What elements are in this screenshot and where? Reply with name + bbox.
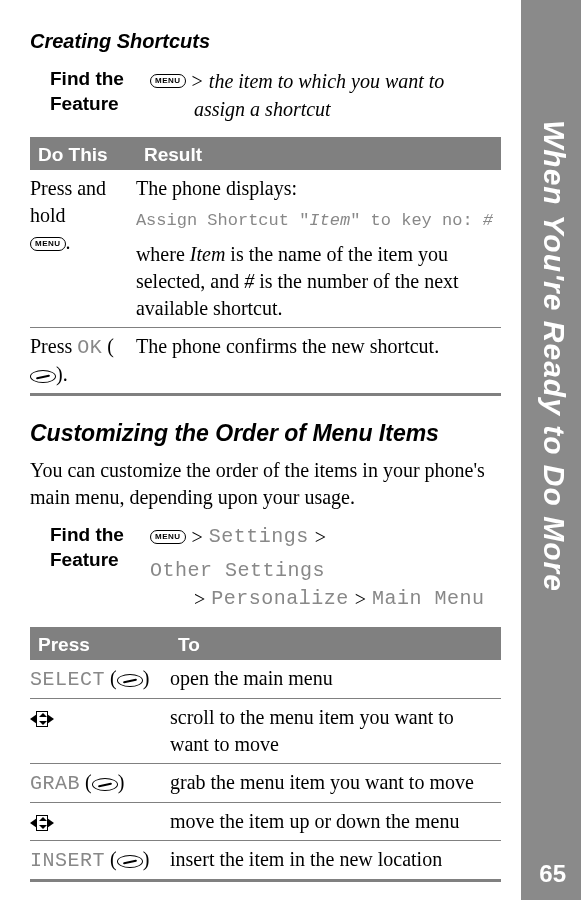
- breadcrumb-separator: >: [194, 585, 205, 613]
- breadcrumb-separator: >: [192, 67, 203, 95]
- softkey-label: INSERT: [30, 849, 105, 872]
- path-text: the item to which you want to: [209, 67, 445, 95]
- softkey-icon: [92, 778, 118, 791]
- heading-customizing-menu: Customizing the Order of Menu Items: [30, 420, 501, 447]
- press-to-table: Press To SELECT () open the main menu sc…: [30, 627, 501, 882]
- assign-shortcut-line: Assign Shortcut "Item" to key no: #: [136, 210, 493, 233]
- table-header: Result: [136, 139, 501, 171]
- softkey-icon: [117, 674, 143, 687]
- softkey-label: OK: [77, 336, 102, 359]
- table-row: INSERT () insert the item in the new loc…: [30, 840, 501, 880]
- table-row: GRAB () grab the menu item you want to m…: [30, 763, 501, 802]
- find-feature-block-2: Find the Feature MENU > Settings > Other…: [50, 523, 501, 613]
- menu-button-icon: MENU: [150, 74, 186, 88]
- nav-key-icon: [30, 711, 54, 727]
- menu-button-icon: MENU: [30, 237, 66, 251]
- table-row: scroll to the menu item you want to want…: [30, 698, 501, 763]
- cell-text: .: [66, 231, 71, 253]
- table-row: move the item up or down the menu: [30, 802, 501, 840]
- cell-text: The phone displays:: [136, 175, 493, 202]
- cell-text: grab the menu item you want to move: [170, 763, 501, 802]
- breadcrumb-separator: >: [192, 523, 203, 551]
- nav-key-icon: [30, 815, 54, 831]
- page-number: 65: [539, 860, 566, 888]
- path-text: Other Settings: [150, 557, 325, 585]
- path-text: Personalize: [211, 585, 349, 613]
- side-tab-title: When You're Ready to Do More: [531, 120, 571, 820]
- cell-text: The phone confirms the new shortcut.: [136, 327, 501, 394]
- find-feature-label: Find the Feature: [50, 523, 150, 572]
- menu-button-icon: MENU: [150, 530, 186, 544]
- find-feature-block-1: Find the Feature MENU > the item to whic…: [50, 67, 501, 123]
- cell-text: Press: [30, 335, 77, 357]
- table-header: Press: [30, 628, 170, 660]
- cell-text: insert the item in the new location: [170, 840, 501, 880]
- path-text: Main Menu: [372, 585, 485, 613]
- heading-creating-shortcuts: Creating Shortcuts: [30, 30, 501, 53]
- table-header: Do This: [30, 139, 136, 171]
- section-body: You can customize the order of the items…: [30, 457, 501, 511]
- side-tab: When You're Ready to Do More 65: [521, 0, 581, 900]
- path-text: Settings: [209, 523, 309, 551]
- softkey-icon: [117, 855, 143, 868]
- table-row: Press OK (). The phone confirms the new …: [30, 327, 501, 394]
- table-row: SELECT () open the main menu: [30, 660, 501, 699]
- shortcuts-table: Do This Result Press and hold MENU. The …: [30, 137, 501, 396]
- softkey-label: SELECT: [30, 668, 105, 691]
- breadcrumb-separator: >: [355, 585, 366, 613]
- path-text: assign a shortcut: [194, 95, 331, 123]
- cell-text: Press and hold: [30, 177, 106, 226]
- softkey-icon: [30, 370, 56, 383]
- table-row: Press and hold MENU. The phone displays:…: [30, 170, 501, 327]
- breadcrumb-separator: >: [315, 523, 326, 551]
- find-feature-label: Find the Feature: [50, 67, 150, 116]
- softkey-label: GRAB: [30, 772, 80, 795]
- cell-text: open the main menu: [170, 660, 501, 699]
- cell-text: where Item is the name of the item you s…: [136, 241, 493, 322]
- cell-text: scroll to the menu item you want to want…: [170, 698, 501, 763]
- table-header: To: [170, 628, 501, 660]
- cell-text: move the item up or down the menu: [170, 802, 501, 840]
